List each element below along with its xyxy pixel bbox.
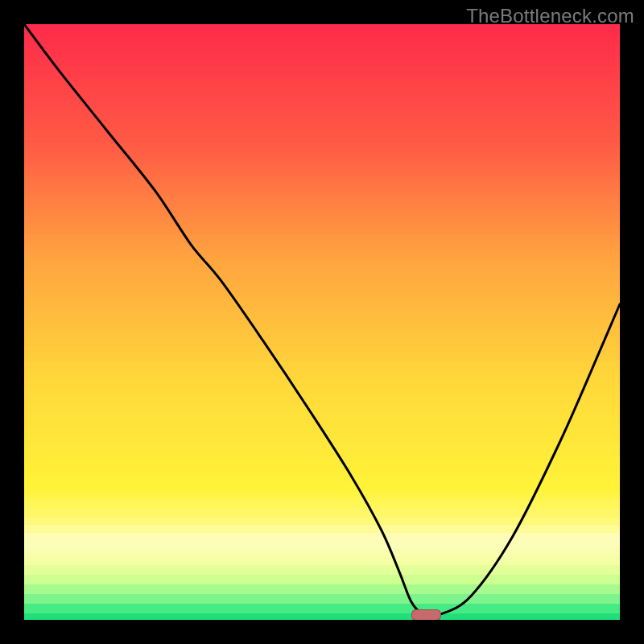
heat-gradient: [24, 24, 620, 620]
chart-frame: TheBottleneck.com: [0, 0, 644, 644]
plot-area: [24, 24, 620, 620]
